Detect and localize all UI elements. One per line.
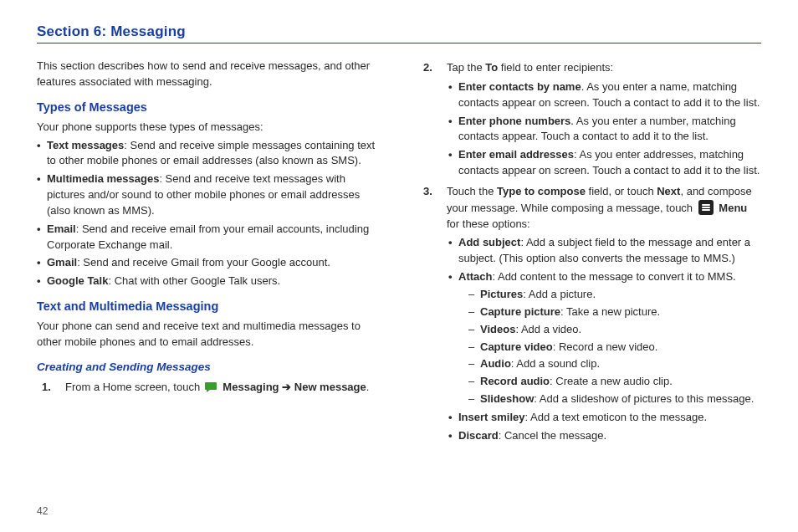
list-item: Google Talk: Chat with other Google Talk… — [37, 274, 380, 289]
column-left: This section describes how to send and r… — [37, 55, 380, 449]
list-item: Enter phone numbers. As you enter a numb… — [447, 114, 761, 146]
list-item: Record audio: Create a new audio clip. — [468, 374, 761, 390]
list-item: Gmail: Send and receive Gmail from your … — [37, 255, 380, 271]
steps-list-left: 1. From a Home screen, touch Messaging ➔… — [37, 380, 380, 396]
steps-list-right: 2. Tap the To field to enter recipients:… — [418, 60, 761, 444]
intro-paragraph: This section describes how to send and r… — [37, 59, 380, 90]
list-item: Audio: Add a sound clip. — [468, 356, 761, 372]
list-item: Discard: Cancel the message. — [447, 428, 761, 444]
menu-icon — [698, 200, 714, 215]
list-item: Add subject: Add a subject field to the … — [447, 235, 761, 267]
list-item: Insert smiley: Add a text emoticon to th… — [447, 410, 761, 426]
messaging-icon — [205, 381, 218, 393]
step-2-sublist: Enter contacts by name. As you enter a n… — [447, 79, 761, 179]
list-item: Attach: Add content to the message to co… — [447, 269, 761, 407]
text-multi-intro: Your phone can send and receive text and… — [37, 319, 380, 350]
heading-text-and-multimedia: Text and Multimedia Messaging — [37, 298, 380, 315]
list-item: Email: Send and receive email from your … — [37, 222, 380, 253]
list-item: Slideshow: Add a slideshow of pictures t… — [468, 391, 761, 407]
list-item: Multimedia messages: Send and receive te… — [37, 171, 380, 219]
list-item: Capture picture: Take a new picture. — [468, 304, 761, 320]
attach-subitems: Pictures: Add a picture. Capture picture… — [468, 287, 761, 407]
list-item: Pictures: Add a picture. — [468, 287, 761, 303]
heading-types-of-messages: Types of Messages — [37, 99, 380, 116]
list-item: Capture video: Record a new video. — [468, 340, 761, 356]
step-1: 1. From a Home screen, touch Messaging ➔… — [37, 380, 380, 396]
list-item: Videos: Add a video. — [468, 322, 761, 338]
section-title: Section 6: Messaging — [37, 23, 761, 43]
list-item: Enter email addresses: As you enter addr… — [447, 147, 761, 179]
step-2: 2. Tap the To field to enter recipients:… — [418, 60, 761, 179]
step-3-sublist: Add subject: Add a subject field to the … — [447, 235, 761, 443]
list-item: Text messages: Send and receive simple m… — [37, 138, 380, 170]
content-columns: This section describes how to send and r… — [37, 55, 761, 449]
types-list: Text messages: Send and receive simple m… — [37, 138, 380, 290]
step-3: 3. Touch the Type to compose field, or t… — [418, 184, 761, 444]
list-item: Enter contacts by name. As you enter a n… — [447, 79, 761, 111]
column-right: 2. Tap the To field to enter recipients:… — [418, 55, 761, 449]
page-number: 42 — [37, 505, 48, 517]
heading-creating-and-sending: Creating and Sending Messages — [37, 359, 380, 376]
supports-line: Your phone supports these types of messa… — [37, 120, 380, 136]
